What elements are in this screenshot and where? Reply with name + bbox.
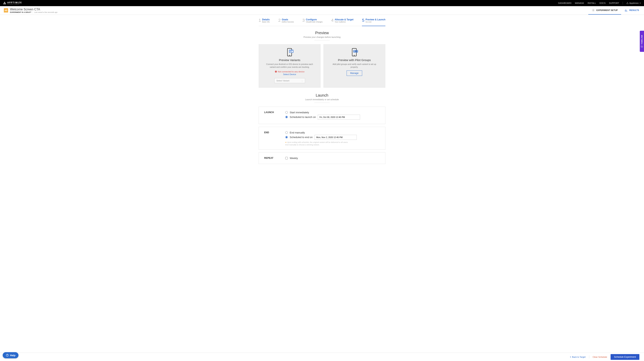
- preview-section-header: Preview Preview your changes before laun…: [258, 31, 386, 40]
- phone-preview-icon: [286, 48, 294, 56]
- pilot-title: Preview with Pilot Groups: [338, 58, 371, 62]
- launch-heading: Launch: [258, 93, 386, 97]
- account-name: Apptimize: [630, 2, 638, 4]
- caret-down-icon: ▼: [640, 2, 641, 4]
- clear-schedule-link[interactable]: Clear Schedule: [593, 356, 607, 358]
- help-icon: [6, 354, 9, 357]
- warning-icon: [275, 70, 277, 73]
- launch-date-input[interactable]: [318, 115, 360, 120]
- brand-tagline: AN AIRSHIP COMPANY: [7, 4, 22, 4]
- back-to-target-link[interactable]: Back to Target: [570, 356, 586, 358]
- scheduled-end-label[interactable]: Scheduled to end on: [290, 136, 312, 139]
- step-allocate[interactable]: 4 Allocate & TargetYour Audience: [331, 18, 354, 24]
- step-details[interactable]: 1 DetailsBasic Info: [258, 18, 270, 24]
- info-icon: ●: [285, 141, 286, 143]
- manage-pilot-button[interactable]: Manage: [346, 70, 362, 76]
- tab-experiment-setup[interactable]: EXPERIMENT SETUP: [588, 6, 621, 14]
- help-widget[interactable]: Help: [3, 352, 18, 358]
- svg-point-0: [593, 10, 594, 10]
- wizard-stepper: 1 DetailsBasic Info 2 GoalsDefine Succes…: [258, 17, 386, 26]
- launch-section-header: Launch Launch immediately or set schedul…: [258, 93, 386, 103]
- scheduled-launch-label[interactable]: Scheduled to launch on: [290, 116, 316, 118]
- select-device-link[interactable]: Select Device: [283, 73, 296, 75]
- select-variant-dropdown[interactable]: Select Variant ⌄: [274, 78, 305, 83]
- svg-point-16: [7, 356, 7, 356]
- phone-pilot-icon: [351, 48, 358, 56]
- step-preview-launch[interactable]: 5 Preview & LaunchGo Live: [362, 18, 386, 26]
- gear-icon: [592, 9, 595, 12]
- weekly-checkbox[interactable]: [285, 157, 288, 159]
- nav-dashboard[interactable]: DASHBOARD: [558, 2, 572, 4]
- launch-panel: LAUNCH Start immediately Scheduled to la…: [258, 107, 386, 124]
- preview-subheading: Preview your changes before launching: [258, 36, 386, 38]
- experiment-header: AB Welcome Screen CTA EXPERIMENT IS A DR…: [0, 6, 644, 15]
- brand-mark-icon: [3, 1, 6, 4]
- nav-install[interactable]: INSTALL: [588, 2, 596, 4]
- nav-support[interactable]: SUPPORT: [609, 2, 619, 4]
- preview-variants-card: Preview Variants Connect your Android or…: [258, 44, 321, 87]
- scheduled-launch-radio[interactable]: [285, 116, 288, 118]
- brand-logo[interactable]: APPTIMIZE AN AIRSHIP COMPANY: [3, 1, 22, 4]
- experiment-draft-label: EXPERIMENT IS A DRAFT: [10, 11, 31, 13]
- repeat-label: REPEAT: [264, 156, 285, 160]
- step-goals[interactable]: 2 GoalsDefine Success: [278, 18, 294, 24]
- start-immediately-label[interactable]: Start immediately: [290, 111, 309, 114]
- experiment-title: Welcome Screen CTA: [10, 8, 58, 11]
- end-manually-label[interactable]: End manually: [290, 131, 305, 134]
- experiment-type-badge: AB: [4, 8, 8, 12]
- end-date-input[interactable]: [314, 135, 357, 140]
- chevron-left-icon: [570, 356, 572, 358]
- weekly-label[interactable]: Weekly: [290, 157, 298, 160]
- pilot-groups-card: Preview with Pilot Groups Add pilot grou…: [323, 44, 386, 87]
- end-manually-radio[interactable]: [285, 131, 288, 134]
- tab-results[interactable]: RESULTS: [621, 6, 642, 14]
- svg-point-12: [354, 51, 355, 51]
- top-navbar: APPTIMIZE AN AIRSHIP COMPANY DASHBOARD M…: [0, 0, 644, 6]
- svg-point-13: [356, 51, 357, 51]
- step-configure[interactable]: 3 ConfigureVisual/Code Changes: [302, 18, 322, 24]
- history-icon: [641, 45, 643, 48]
- repeat-panel: REPEAT Weekly: [258, 152, 386, 164]
- end-label: END: [264, 130, 285, 146]
- end-panel: END End manually Scheduled to end on ●Up…: [258, 127, 386, 150]
- bar-chart-icon: [624, 9, 628, 12]
- brand-small-icon: [626, 2, 629, 4]
- preview-heading: Preview: [258, 31, 386, 35]
- scheduled-end-radio[interactable]: [285, 136, 288, 138]
- schedule-experiment-button[interactable]: Schedule Experiment: [610, 354, 640, 360]
- device-warning: Not connected to any device: [275, 70, 304, 73]
- main-scroll[interactable]: 1 DetailsBasic Info 2 GoalsDefine Succes…: [0, 15, 644, 353]
- nav-manage[interactable]: MANAGE: [575, 2, 584, 4]
- preview-variants-desc: Connect your Android or iOS device to pr…: [265, 63, 315, 68]
- start-immediately-radio[interactable]: [285, 111, 288, 114]
- experiment-saved-label: Last saved a few seconds ago: [34, 11, 58, 13]
- end-note: ●Upon ending with schedule, the original…: [285, 141, 380, 146]
- timeline-side-tab[interactable]: TIMELINE: [640, 31, 644, 52]
- nav-docs[interactable]: DOCS: [600, 2, 606, 4]
- preview-variants-title: Preview Variants: [279, 58, 300, 62]
- top-nav-links: DASHBOARD MANAGE INSTALL DOCS SUPPORT Ap…: [558, 2, 641, 4]
- footer-action-bar: Back to Target Clear Schedule Schedule E…: [0, 353, 644, 361]
- launch-label: LAUNCH: [264, 110, 285, 120]
- chevron-down-icon: ⌄: [302, 80, 303, 82]
- account-menu[interactable]: Apptimize ▼: [626, 2, 641, 4]
- launch-subheading: Launch immediately or set schedule: [258, 98, 386, 101]
- pilot-desc: Add pilot groups and verify each variant…: [330, 63, 380, 68]
